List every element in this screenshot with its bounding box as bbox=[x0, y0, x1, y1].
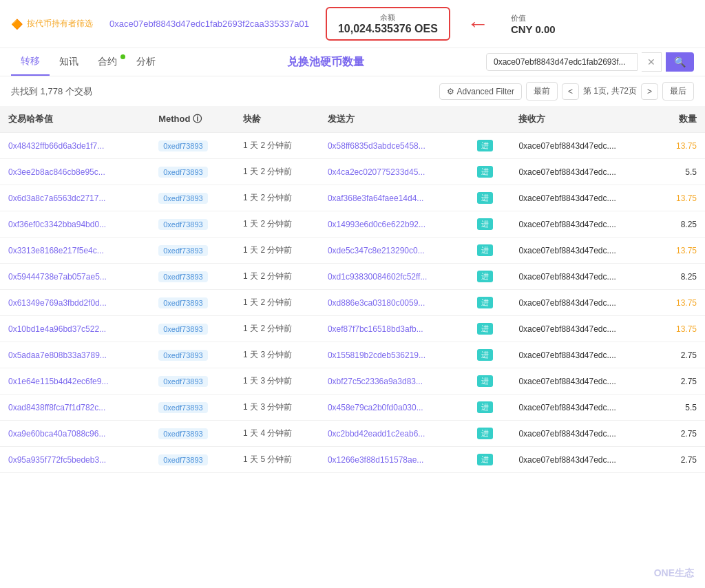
tx-hash-link[interactable]: 0x10bd1e4a96bd37c522... bbox=[8, 324, 106, 334]
in-badge: 进 bbox=[477, 297, 493, 308]
cell-receiver: 0xace07ebf8843d47edc.... bbox=[510, 133, 657, 159]
sender-link[interactable]: 0x155819b2cdeb536219... bbox=[328, 350, 425, 360]
cell-method: 0xedf73893 bbox=[150, 264, 235, 290]
cell-dir: 进 bbox=[469, 395, 511, 421]
tx-hash-link[interactable]: 0x5adaa7e808b33a3789... bbox=[8, 350, 107, 360]
tx-hash-link[interactable]: 0xad8438ff8fca7f1d782c... bbox=[8, 403, 105, 412]
col-receiver: 接收方 bbox=[510, 106, 657, 133]
nav-item-contract[interactable]: 合约 bbox=[88, 49, 127, 75]
cell-age: 1 天 2 分钟前 bbox=[235, 185, 319, 211]
receiver-addr: 0xace07ebf8843d47edc.... bbox=[518, 403, 615, 412]
last-page-btn[interactable]: 最后 bbox=[662, 82, 694, 101]
address-link[interactable]: 0xace07ebf8843d47edc1fab2693f2caa335337a… bbox=[109, 19, 309, 29]
search-bar: ✕ 🔍 bbox=[486, 52, 694, 72]
next-page-btn[interactable]: > bbox=[641, 83, 658, 100]
amount-value: 8.25 bbox=[681, 220, 697, 229]
filter-funnel-icon: ⚙ bbox=[447, 87, 454, 96]
receiver-addr: 0xace07ebf8843d47edc.... bbox=[518, 193, 615, 203]
cell-dir: 进 bbox=[469, 421, 511, 447]
cell-method: 0xedf73893 bbox=[150, 421, 235, 447]
table-row: 0x6d3a8c7a6563dc2717... 0xedf73893 1 天 2… bbox=[0, 185, 705, 211]
amount-value: 2.75 bbox=[681, 455, 697, 465]
tx-hash-link[interactable]: 0xa9e60bca40a7088c96... bbox=[8, 429, 105, 439]
cell-dir: 进 bbox=[469, 316, 511, 342]
sender-link[interactable]: 0xaf368e3fa64faee14d4... bbox=[328, 193, 423, 203]
col-method: Method ⓘ bbox=[150, 106, 235, 133]
filter-label-area: 🔶 按代币持有者筛选 bbox=[11, 18, 93, 30]
value-label: 价值 bbox=[511, 13, 556, 23]
cell-amount: 13.75 bbox=[657, 290, 705, 316]
sender-link[interactable]: 0xc2bbd42eadd1c2eab6... bbox=[328, 429, 425, 439]
cell-amount: 13.75 bbox=[657, 133, 705, 159]
first-page-btn[interactable]: 最前 bbox=[526, 82, 558, 101]
sender-link[interactable]: 0xef87f7bc16518bd3afb... bbox=[328, 324, 423, 334]
cell-sender: 0x4ca2ec020775233d45... bbox=[319, 159, 469, 185]
cell-receiver: 0xace07ebf8843d47edc.... bbox=[510, 447, 657, 473]
cell-sender: 0xbf27c5c2336a9a3d83... bbox=[319, 368, 469, 395]
table-row: 0xa9e60bca40a7088c96... 0xedf73893 1 天 4… bbox=[0, 421, 705, 447]
tx-hash-link[interactable]: 0x61349e769a3fbdd2f0d... bbox=[8, 298, 107, 308]
cell-sender: 0xd886e3ca03180c0059... bbox=[319, 290, 469, 316]
table-row: 0x1e64e115b4d42ec6fe9... 0xedf73893 1 天 … bbox=[0, 368, 705, 395]
cell-method: 0xedf73893 bbox=[150, 133, 235, 159]
tx-hash-link[interactable]: 0x95a935f772fc5bedeb3... bbox=[8, 455, 106, 465]
tx-hash-link[interactable]: 0x3ee2b8ac846cb8e95c... bbox=[8, 167, 105, 177]
value-amount: CNY 0.00 bbox=[511, 23, 556, 35]
sender-link[interactable]: 0x458e79ca2b0fd0a030... bbox=[328, 403, 423, 412]
tx-hash-link[interactable]: 0x1e64e115b4d42ec6fe9... bbox=[8, 377, 108, 386]
cell-method: 0xedf73893 bbox=[150, 368, 235, 395]
cell-amount: 2.75 bbox=[657, 342, 705, 368]
cell-amount: 13.75 bbox=[657, 238, 705, 264]
block-age: 1 天 2 分钟前 bbox=[243, 297, 292, 307]
nav-item-transfer[interactable]: 转移 bbox=[11, 48, 50, 76]
method-badge: 0xedf73893 bbox=[158, 428, 208, 439]
tx-hash-link[interactable]: 0x3313e8168e217f5e4c... bbox=[8, 246, 104, 255]
nav-item-analysis[interactable]: 分析 bbox=[127, 49, 165, 75]
advanced-filter-btn[interactable]: ⚙ Advanced Filter bbox=[439, 83, 522, 100]
balance-value: 10,024.535376 OES bbox=[338, 23, 438, 35]
prev-page-btn[interactable]: < bbox=[562, 83, 579, 100]
method-badge: 0xedf73893 bbox=[158, 324, 208, 335]
cell-sender: 0x58ff6835d3abdce5458... bbox=[319, 133, 469, 159]
cell-dir: 进 bbox=[469, 264, 511, 290]
sender-link[interactable]: 0x58ff6835d3abdce5458... bbox=[328, 141, 425, 151]
receiver-addr: 0xace07ebf8843d47edc.... bbox=[518, 167, 615, 177]
cell-dir: 进 bbox=[469, 368, 511, 395]
cell-method: 0xedf73893 bbox=[150, 447, 235, 473]
sender-link[interactable]: 0x14993e6d0c6e622b92... bbox=[328, 220, 425, 229]
sender-link[interactable]: 0xd1c93830084602fc52ff... bbox=[328, 272, 428, 282]
cell-amount: 8.25 bbox=[657, 264, 705, 290]
sender-link[interactable]: 0xd886e3ca03180c0059... bbox=[328, 298, 425, 308]
amount-value: 2.75 bbox=[681, 429, 697, 439]
sender-link[interactable]: 0xbf27c5c2336a9a3d83... bbox=[328, 377, 423, 386]
cell-method: 0xedf73893 bbox=[150, 159, 235, 185]
block-age: 1 天 3 分钟前 bbox=[243, 350, 292, 359]
search-input[interactable] bbox=[486, 53, 638, 71]
tx-hash-link[interactable]: 0xf36ef0c3342bba94bd0... bbox=[8, 220, 106, 229]
tx-hash-link[interactable]: 0x6d3a8c7a6563dc2717... bbox=[8, 193, 105, 203]
cell-amount: 8.25 bbox=[657, 211, 705, 238]
sender-link[interactable]: 0xde5c347c8e213290c0... bbox=[328, 246, 425, 255]
nav-item-news[interactable]: 知讯 bbox=[50, 49, 88, 75]
table-row: 0x48432ffb66d6a3de1f7... 0xedf73893 1 天 … bbox=[0, 133, 705, 159]
cell-receiver: 0xace07ebf8843d47edc.... bbox=[510, 421, 657, 447]
sender-link[interactable]: 0x4ca2ec020775233d45... bbox=[328, 167, 425, 177]
method-badge: 0xedf73893 bbox=[158, 219, 208, 230]
table-row: 0x3313e8168e217f5e4c... 0xedf73893 1 天 2… bbox=[0, 238, 705, 264]
search-submit-btn[interactable]: 🔍 bbox=[666, 52, 694, 72]
cell-receiver: 0xace07ebf8843d47edc.... bbox=[510, 395, 657, 421]
col-dir bbox=[469, 106, 511, 133]
block-age: 1 天 2 分钟前 bbox=[243, 167, 292, 176]
tx-hash-link[interactable]: 0x59444738e7ab057ae5... bbox=[8, 272, 107, 282]
search-clear-btn[interactable]: ✕ bbox=[642, 52, 662, 72]
top-bar: 🔶 按代币持有者筛选 0xace07ebf8843d47edc1fab2693f… bbox=[0, 0, 705, 48]
tx-hash-link[interactable]: 0x48432ffb66d6a3de1f7... bbox=[8, 141, 104, 151]
cell-amount: 13.75 bbox=[657, 316, 705, 342]
cell-amount: 13.75 bbox=[657, 185, 705, 211]
block-age: 1 天 2 分钟前 bbox=[243, 219, 292, 229]
sender-link[interactable]: 0x1266e3f88d151578ae... bbox=[328, 455, 423, 465]
receiver-addr: 0xace07ebf8843d47edc.... bbox=[518, 272, 615, 282]
receiver-addr: 0xace07ebf8843d47edc.... bbox=[518, 246, 615, 255]
block-age: 1 天 5 分钟前 bbox=[243, 454, 292, 464]
cell-dir: 进 bbox=[469, 342, 511, 368]
